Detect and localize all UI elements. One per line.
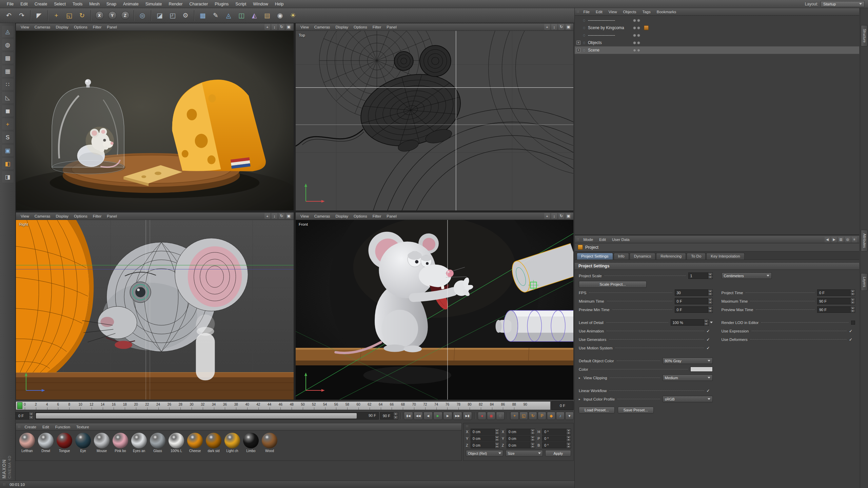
viewport-menu-view[interactable]: View	[18, 214, 32, 219]
menu-window[interactable]: Window	[250, 1, 271, 7]
autokey-button[interactable]: ◉	[487, 412, 495, 420]
material-item[interactable]: Pink bo	[112, 433, 129, 453]
stepper-arrows[interactable]: ▲▼	[530, 436, 535, 441]
prev-frame-button[interactable]: ◀	[423, 412, 433, 420]
am-menu-edit[interactable]: Edit	[596, 237, 609, 242]
visibility-render-dot[interactable]	[637, 49, 640, 52]
zoom-view-icon[interactable]: ↕	[551, 213, 557, 219]
x-coordinate-field[interactable]: 0 cm▲▼	[507, 429, 535, 435]
stepper-arrows[interactable]: ▲▼	[708, 307, 712, 312]
object-row[interactable]: ◌--------------------	[575, 17, 859, 24]
material-menu-edit[interactable]: Edit	[39, 424, 52, 430]
viewport-canvas-perspective[interactable]	[16, 31, 294, 210]
menu-simulate[interactable]: Simulate	[142, 1, 165, 7]
default-object-color-dropdown[interactable]: 80% Gray	[663, 358, 713, 364]
viewport-menu-display[interactable]: Display	[333, 24, 351, 30]
z-coordinate-field[interactable]: 0 cm▲▼	[507, 442, 535, 448]
color-swatch[interactable]	[690, 367, 713, 372]
visibility-render-dot[interactable]	[637, 34, 640, 37]
visibility-render-dot[interactable]	[637, 41, 640, 44]
viewport-menu-cameras[interactable]: Cameras	[312, 214, 333, 219]
start-frame-field[interactable]: 0 F ▲▼	[16, 412, 34, 420]
material-menu-function[interactable]: Function	[52, 424, 73, 430]
material-item[interactable]: Wood	[261, 433, 278, 453]
render-lod-in-editor-checkbox[interactable]	[851, 321, 855, 325]
viewport-menu-panel[interactable]: Panel	[384, 214, 399, 219]
viewport-menu-panel[interactable]: Panel	[384, 24, 399, 30]
live-selection-tool[interactable]: ◤	[33, 9, 45, 22]
record-scale-toggle[interactable]: ◱	[519, 412, 528, 420]
preview-min-time-field[interactable]: 0 F▲▼	[675, 306, 713, 313]
stepper-arrows[interactable]: ▲▼	[708, 290, 712, 296]
load-preset-button[interactable]: Load Preset...	[579, 407, 615, 413]
stepper-arrows[interactable]: ▲▼	[29, 412, 33, 419]
stepper-arrows[interactable]: ▲▼	[566, 443, 571, 448]
coordinate-mode-select[interactable]: Object (Rel)	[466, 450, 503, 456]
am-menu-user-data[interactable]: User Data	[609, 237, 633, 242]
size-mode-select[interactable]: Size	[506, 450, 543, 456]
om-menu-bookmarks[interactable]: Bookmarks	[654, 9, 679, 15]
render-settings-button[interactable]: ⚙	[179, 9, 192, 22]
menu-help[interactable]: Help	[272, 1, 287, 7]
material-item[interactable]: Cheese	[186, 433, 203, 453]
record-position-toggle[interactable]: +	[510, 412, 519, 420]
prev-key-button[interactable]: ◀◀	[414, 412, 423, 420]
stepper-arrows[interactable]: ▲▼	[566, 436, 571, 441]
stepper-arrows[interactable]: ▲▼	[708, 273, 712, 279]
om-menu-edit[interactable]: Edit	[593, 9, 606, 15]
toggle-view-icon[interactable]: ▣	[286, 213, 292, 219]
history-forward-icon[interactable]: ▶	[831, 237, 837, 242]
menu-snap[interactable]: Snap	[103, 1, 120, 7]
maximum-time-field[interactable]: 90 F▲▼	[817, 298, 855, 304]
visibility-editor-dot[interactable]	[633, 41, 636, 44]
play-button[interactable]: ▶	[433, 412, 442, 420]
chevron-down-icon[interactable]	[710, 322, 713, 323]
viewport-menu-cameras[interactable]: Cameras	[32, 24, 53, 30]
viewport-menu-options[interactable]: Options	[71, 24, 90, 30]
keyframe-selection-button[interactable]: ◌	[496, 412, 505, 420]
tab-referencing[interactable]: Referencing	[656, 253, 686, 260]
play-sound-toggle[interactable]: ♪	[556, 412, 565, 420]
stepper-arrows[interactable]: ▲▼	[566, 429, 571, 434]
material-item[interactable]: Mouse	[93, 433, 110, 453]
centimeters-dropdown[interactable]: Centimeters	[722, 272, 772, 279]
om-menu-view[interactable]: View	[606, 9, 620, 15]
playhead[interactable]	[17, 402, 22, 409]
visibility-render-dot[interactable]	[637, 26, 640, 29]
stepper-arrows[interactable]: ▲▼	[704, 320, 708, 325]
y-coordinate-field[interactable]: 0 cm▲▼	[471, 435, 499, 442]
pan-view-icon[interactable]: +	[544, 213, 550, 219]
tab-info[interactable]: Info	[614, 253, 629, 260]
viewport-menu-cameras[interactable]: Cameras	[32, 214, 53, 219]
menu-file[interactable]: File	[3, 1, 17, 7]
toggle-view-icon[interactable]: ▣	[286, 24, 292, 30]
workplane-mode-button[interactable]: ▦	[2, 65, 14, 77]
menu-select[interactable]: Select	[51, 1, 69, 7]
viewport-menu-options[interactable]: Options	[351, 24, 370, 30]
record-keyframe-button[interactable]: ●	[478, 412, 486, 420]
object-row[interactable]: ◌--------------------	[575, 32, 859, 39]
visibility-editor-dot[interactable]	[633, 19, 636, 22]
viewport-menu-panel[interactable]: Panel	[104, 24, 119, 30]
polygons-mode-button[interactable]: ◼	[2, 105, 14, 117]
h-coordinate-field[interactable]: 0 °▲▼	[542, 429, 571, 435]
stepper-arrows[interactable]: ▲▼	[393, 412, 398, 419]
expander-icon[interactable]: ▸	[579, 398, 582, 401]
menu-edit[interactable]: Edit	[17, 1, 31, 7]
viewport-menu-view[interactable]: View	[298, 24, 312, 30]
zoom-view-icon[interactable]: ↕	[551, 24, 557, 30]
z-axis-toggle[interactable]: Z	[119, 9, 131, 22]
add-light-button[interactable]: ☀	[287, 9, 299, 22]
scale-project-button[interactable]: Scale Project...	[579, 281, 647, 288]
scale-tool[interactable]: ◱	[63, 9, 75, 22]
make-editable-button[interactable]: ◬	[2, 26, 14, 37]
y-coordinate-field[interactable]: 0 cm▲▼	[507, 435, 535, 442]
viewport-menu-cameras[interactable]: Cameras	[312, 24, 333, 30]
stepper-arrows[interactable]: ▲▼	[530, 443, 535, 448]
project-scale-field[interactable]: 1▲▼	[688, 272, 713, 279]
view-clipping-dropdown[interactable]: Medium	[663, 374, 713, 381]
goto-end-button[interactable]: ▶▮	[463, 412, 472, 420]
strip-tab-layers[interactable]: Layers	[861, 273, 868, 291]
tab-dynamics[interactable]: Dynamics	[630, 253, 655, 260]
viewport-canvas-right[interactable]: Right	[16, 220, 294, 400]
